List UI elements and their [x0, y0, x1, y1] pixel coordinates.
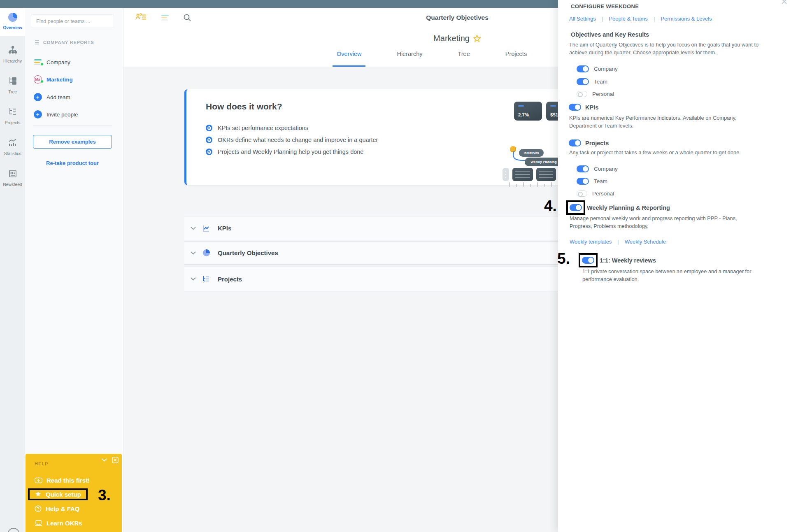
- star-icon[interactable]: [473, 35, 481, 43]
- nav-all-settings[interactable]: All Settings: [569, 16, 596, 22]
- company-reports-section: COMPANY REPORTS: [33, 40, 94, 45]
- help-faq-link[interactable]: Help & FAQ: [35, 504, 80, 513]
- rail-label: Statistics: [0, 151, 25, 156]
- chevron-down-icon: [191, 277, 196, 281]
- teams-sidebar: COMPANY REPORTS Company Ma Marketing Add…: [25, 8, 123, 532]
- chevron-down-icon: [191, 227, 196, 230]
- projects-icon: [8, 107, 18, 117]
- timeline-ticks: [509, 182, 562, 187]
- bullet-item: KPIs set perfomance expectations: [206, 125, 308, 131]
- accordion-projects[interactable]: Projects: [184, 267, 616, 291]
- kpis-description: KPIs are numerical Key Performance Indic…: [569, 114, 752, 130]
- okr-description: The aim of Quarterly Objectives is to he…: [569, 41, 777, 56]
- laptop-icon: [35, 520, 42, 526]
- accordion-label: Quarterly Objectives: [218, 249, 278, 256]
- annotation-number-5: 5.: [557, 250, 570, 267]
- tab-overview[interactable]: Overview: [333, 51, 365, 67]
- weekly-schedule-link[interactable]: Weekly Schedule: [625, 239, 666, 245]
- quick-setup-link[interactable]: Quick setup: [35, 489, 88, 499]
- collapse-chevron-icon[interactable]: [102, 458, 107, 462]
- rail-item-statistics[interactable]: Statistics: [0, 138, 25, 156]
- book-icon: [35, 477, 42, 483]
- pie-chart-icon: [202, 249, 210, 256]
- accordion-kpis[interactable]: KPIs: [184, 216, 616, 240]
- question-circle-icon: [35, 505, 42, 512]
- tab-hierarchy[interactable]: Hierarchy: [393, 51, 426, 67]
- illustration-card: [503, 168, 509, 181]
- rail-label: Tree: [0, 89, 25, 94]
- weekly-description: Manage personal weekly work and progress…: [570, 214, 753, 230]
- configure-panel: ✕ CONFIGURE WEEKDONE All Settings | Peop…: [558, 0, 791, 532]
- nav-people-teams[interactable]: People & Teams: [609, 16, 647, 22]
- learn-okrs-link[interactable]: Learn OKRs: [35, 518, 82, 528]
- rail-label: Overview: [0, 25, 25, 30]
- accordion-quarterly-objectives[interactable]: Quarterly Objectives: [184, 241, 616, 265]
- icon-rail: Overview Hierarchy Tree Projects Statist…: [0, 8, 25, 532]
- search-input[interactable]: [31, 14, 114, 28]
- rail-item-projects[interactable]: Projects: [0, 107, 25, 125]
- sidebar-item-marketing[interactable]: Ma Marketing: [33, 74, 73, 84]
- rail-item-newsfeed[interactable]: Newsfeed: [0, 169, 25, 187]
- read-this-first-link[interactable]: Read this first!: [35, 475, 90, 485]
- annotation-box-5: [579, 253, 598, 267]
- add-team-button[interactable]: Add team: [33, 92, 70, 102]
- rail-item-hierarchy[interactable]: Hierarchy: [0, 45, 25, 63]
- team-label: Marketing: [47, 77, 73, 83]
- rail-item-tree[interactable]: Tree: [0, 76, 25, 94]
- tab-projects[interactable]: Projects: [501, 51, 531, 67]
- reviews-description: 1:1 private conversation space between a…: [582, 267, 763, 283]
- retake-product-tour-link[interactable]: Re-take product tour: [25, 160, 120, 166]
- rail-label: Hierarchy: [0, 58, 25, 63]
- company-toggle[interactable]: [577, 65, 589, 72]
- nav-permissions-levels[interactable]: Permissions & Levels: [661, 16, 712, 22]
- team-label: Company: [47, 59, 70, 65]
- company-report-icon: [33, 58, 42, 67]
- team-name: Marketing: [433, 34, 470, 43]
- panel-title: CONFIGURE WEEKDONE: [571, 3, 639, 9]
- action-label: Invite people: [47, 112, 78, 118]
- close-icon[interactable]: [112, 457, 119, 463]
- rail-item-overview[interactable]: Overview: [0, 8, 25, 36]
- statistics-icon: [8, 138, 18, 148]
- toggle-row-one-on-one: 1:1: Weekly reviews: [579, 253, 656, 267]
- weekly-links: Weekly templates | Weekly Schedule: [570, 239, 666, 245]
- tree-list-icon: [202, 275, 210, 283]
- weekly-templates-link[interactable]: Weekly templates: [570, 239, 612, 245]
- kpis-toggle[interactable]: [569, 104, 581, 111]
- overview-pie-icon: [8, 13, 17, 22]
- annotation-number-4: 4.: [544, 197, 557, 215]
- rail-label: Newsfeed: [0, 182, 25, 187]
- weekly-planning-pill: Weekly Planning: [525, 158, 563, 166]
- toggle-row-projects: Projects: [569, 139, 609, 146]
- plus-icon: [34, 110, 42, 118]
- one-on-one-toggle[interactable]: [582, 257, 594, 264]
- projects-toggle[interactable]: [569, 139, 581, 146]
- team-toggle[interactable]: [577, 178, 589, 185]
- personal-toggle[interactable]: [577, 190, 587, 197]
- personal-toggle[interactable]: [577, 91, 587, 97]
- remove-examples-button[interactable]: Remove examples: [33, 135, 112, 149]
- team-toggle[interactable]: [577, 78, 589, 85]
- help-widget: HELP Read this first! Quick setup 3. Hel…: [26, 454, 122, 532]
- company-toggle[interactable]: [577, 165, 589, 172]
- divider: [33, 125, 112, 126]
- card-title: How does it work?: [206, 102, 282, 112]
- toggle-row-projects-team: Team: [577, 178, 607, 185]
- help-label: HELP: [35, 461, 48, 466]
- kpi-chart-icon: [202, 225, 210, 232]
- projects-description: Any task or project that takes a few wee…: [569, 149, 783, 156]
- annotation-box-4: [566, 200, 585, 215]
- newsfeed-icon: [8, 169, 18, 179]
- section-title: COMPANY REPORTS: [43, 40, 94, 45]
- tab-tree[interactable]: Tree: [454, 51, 474, 67]
- plus-icon: [34, 93, 42, 101]
- close-icon[interactable]: ✕: [781, 0, 788, 7]
- toggle-row-okr-company: Company: [577, 65, 618, 72]
- weekly-planning-toggle[interactable]: [570, 204, 582, 211]
- how-it-works-card: How does it work? KPIs set perfomance ex…: [184, 89, 616, 185]
- invite-people-button[interactable]: Invite people: [33, 109, 78, 119]
- tree-icon: [8, 76, 18, 86]
- sidebar-item-company[interactable]: Company: [33, 57, 70, 67]
- panel-nav: All Settings | People & Teams | Permissi…: [569, 16, 712, 22]
- bullet-item: OKRs define what needs to change and imp…: [206, 137, 378, 143]
